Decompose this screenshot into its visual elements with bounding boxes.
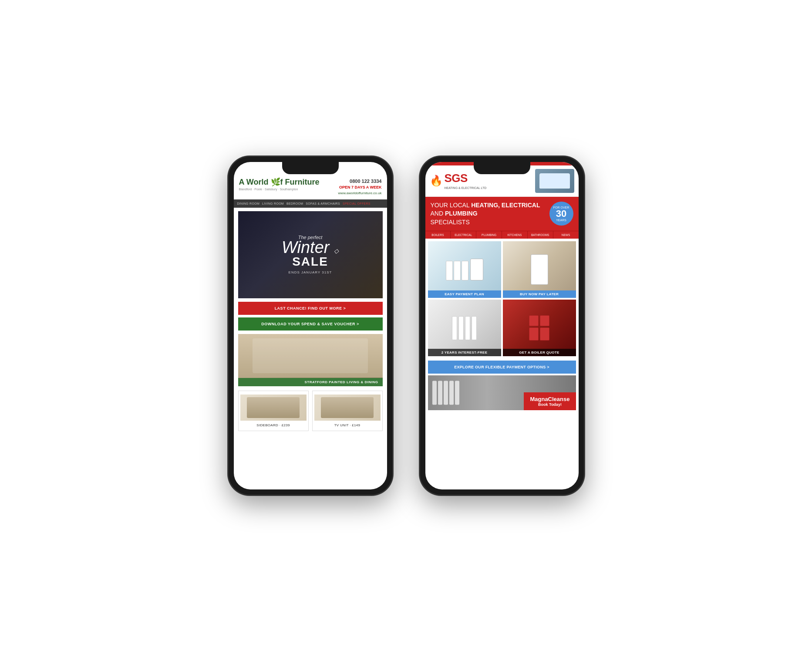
red-upper-cabs: [529, 315, 549, 326]
boiler-wall: [531, 254, 548, 285]
stratford-furniture-image: [238, 334, 383, 378]
red-cab-4: [540, 327, 549, 341]
sgs-nav: BOILERS ELECTRICAL PLUMBING KITCHENS BAT…: [425, 231, 579, 239]
furniture-logo-block: A World 🌿f Furniture Blandford · Poole ·…: [239, 178, 320, 191]
red-cab-3: [529, 327, 539, 341]
magnacleanse-title: MagnaCleanse: [530, 396, 569, 402]
card-4-bg: [503, 300, 576, 356]
hero-plumbing: PLUMBING: [445, 210, 478, 217]
diamond-icon: ◇: [334, 247, 339, 254]
phone-1-furniture: A World 🌿f Furniture Blandford · Poole ·…: [228, 156, 393, 496]
banner-ends: ENDS JANUARY 31ST: [282, 270, 339, 274]
tv-unit-image: [314, 395, 381, 421]
nav-living[interactable]: LIVING ROOM: [262, 202, 284, 205]
phone-2-notch: [474, 162, 530, 174]
hero-specialists: SPECIALISTS: [431, 219, 470, 226]
cabinet-3: [462, 261, 468, 280]
phone-2-scroll[interactable]: 🔥 SGS HEATING & ELECTRICAL LTD YOUR LOCA…: [425, 162, 579, 489]
card-3-bg: [428, 300, 501, 356]
btn-last-chance[interactable]: LAST CHANCE! FIND OUT MORE >: [238, 302, 383, 315]
furniture-contact: 0800 122 3334 OPEN 7 DAYS A WEEK www.awo…: [338, 178, 382, 196]
badge-years: YEARS: [556, 219, 566, 222]
sgs-nav-plumbing[interactable]: PLUMBING: [476, 231, 502, 239]
sgs-logo-block: 🔥 SGS HEATING & ELECTRICAL LTD: [430, 172, 487, 190]
main-container: A World 🌿f Furniture Blandford · Poole ·…: [210, 138, 602, 513]
phone-2-screen: 🔥 SGS HEATING & ELECTRICAL LTD YOUR LOCA…: [425, 162, 579, 489]
radiator-shape: [432, 381, 459, 405]
sgs-years-badge: FOR OVER 30 YEARS: [549, 202, 573, 226]
sgs-hero-text: YOUR LOCAL HEATING, ELECTRICAL AND PLUMB…: [431, 201, 540, 227]
sideboard-img-placeholder: [247, 397, 300, 418]
sgs-cards-grid: EASY PAYMENT PLAN BUY NOW PAY LATER: [425, 239, 579, 359]
cabinet-2: [454, 261, 461, 280]
cabinet-1: [446, 261, 453, 280]
radiator-2: [458, 316, 464, 340]
nav-dining[interactable]: DINING ROOM: [237, 202, 260, 205]
radiator-4: [472, 316, 477, 340]
banner-winter: Winter ◇: [282, 240, 339, 255]
furniture-image-placeholder: [253, 338, 368, 373]
red-lower-cabs: [529, 327, 549, 341]
hero-your-local: YOUR LOCAL: [431, 202, 472, 209]
red-cab-1: [529, 315, 539, 326]
fin-4: [449, 381, 454, 405]
sgs-nav-bathrooms[interactable]: BATHROOMS: [528, 231, 553, 239]
furniture-phone-number: 0800 122 3334: [338, 178, 382, 185]
winter-text-block: The perfect Winter ◇ SALE ENDS JANUARY 3…: [282, 235, 339, 274]
fin-1: [432, 381, 437, 405]
card-1-content: [446, 259, 483, 280]
btn-explore-payment[interactable]: EXPLORE OUR FLEXIBLE PAYMENT OPTIONS >: [428, 361, 576, 374]
fin-3: [444, 381, 448, 405]
furniture-open-hours: OPEN 7 DAYS A WEEK: [338, 185, 382, 191]
furniture-website: www.aworldoffurniture.co.uk: [338, 191, 382, 196]
sgs-card-easy-payment[interactable]: EASY PAYMENT PLAN: [428, 241, 501, 298]
sgs-nav-kitchens[interactable]: KITCHENS: [502, 231, 528, 239]
sideboard-image: [240, 395, 307, 421]
sgs-hero-banner: YOUR LOCAL HEATING, ELECTRICAL AND PLUMB…: [425, 197, 579, 231]
radiator-1: [452, 316, 457, 340]
magnacleanse-banner[interactable]: MagnaCleanse Book Today!: [428, 375, 576, 410]
card-2-bg: [503, 241, 576, 298]
phone-2-sgs: 🔥 SGS HEATING & ELECTRICAL LTD YOUR LOCA…: [419, 156, 585, 496]
red-cab-2: [540, 315, 549, 326]
phone-1-scroll[interactable]: A World 🌿f Furniture Blandford · Poole ·…: [234, 162, 387, 489]
card-3-content: [452, 316, 477, 340]
card-2-label: BUY NOW PAY LATER: [503, 290, 576, 298]
sgs-card-buy-now[interactable]: BUY NOW PAY LATER: [503, 241, 576, 298]
product-tv-unit[interactable]: TV UNIT · £149: [312, 391, 383, 431]
card-4-label: GET A BOILER QUOTE: [503, 349, 576, 356]
sgs-brand-text: SGS HEATING & ELECTRICAL LTD: [445, 172, 487, 190]
nav-special[interactable]: SPECIAL OFFERS: [343, 202, 371, 205]
banner-sale: SALE: [282, 255, 339, 269]
fin-5: [455, 381, 459, 405]
stratford-label: STRATFORD PAINTED LIVING & DINING: [238, 378, 383, 386]
card-1-bg: [428, 241, 501, 298]
sgs-nav-electrical[interactable]: ELECTRICAL: [451, 231, 476, 239]
tv-unit-label: TV UNIT · £149: [314, 423, 381, 427]
hero-heating: HEATING, ELECTRICAL: [471, 202, 540, 209]
sgs-nav-news[interactable]: NEWS: [553, 231, 579, 239]
furniture-locations: Blandford · Poole · Salisbury · Southamp…: [239, 188, 320, 191]
van-shape: [539, 173, 570, 189]
sgs-subtitle: HEATING & ELECTRICAL LTD: [445, 186, 487, 190]
sgs-van-image: [535, 169, 574, 193]
badge-number: 30: [556, 209, 566, 219]
magnacleanse-label: MagnaCleanse Book Today!: [524, 392, 576, 410]
radiator-3: [465, 316, 470, 340]
hero-and: AND: [431, 210, 445, 217]
phone-1-screen: A World 🌿f Furniture Blandford · Poole ·…: [234, 162, 387, 489]
product-grid: SIDEBOARD · £239 TV UNIT · £149: [238, 391, 383, 431]
sgs-nav-boilers[interactable]: BOILERS: [425, 231, 451, 239]
nav-bedroom[interactable]: BEDROOM: [286, 202, 303, 205]
sideboard-label: SIDEBOARD · £239: [240, 423, 307, 427]
nav-sofas[interactable]: SOFAS & ARMCHAIRS: [306, 202, 340, 205]
fin-2: [438, 381, 442, 405]
product-sideboard[interactable]: SIDEBOARD · £239: [238, 391, 309, 431]
winter-sale-banner: The perfect Winter ◇ SALE ENDS JANUARY 3…: [238, 211, 383, 298]
sgs-card-boiler-quote[interactable]: GET A BOILER QUOTE: [503, 300, 576, 356]
boiler-shape: [470, 259, 483, 280]
tv-unit-img-placeholder: [321, 397, 374, 418]
sgs-flame-icon: 🔥: [430, 175, 443, 186]
sgs-card-interest-free[interactable]: 2 YEARS INTEREST-FREE: [428, 300, 501, 356]
btn-voucher[interactable]: DOWNLOAD YOUR SPEND & SAVE VOUCHER >: [238, 317, 383, 331]
